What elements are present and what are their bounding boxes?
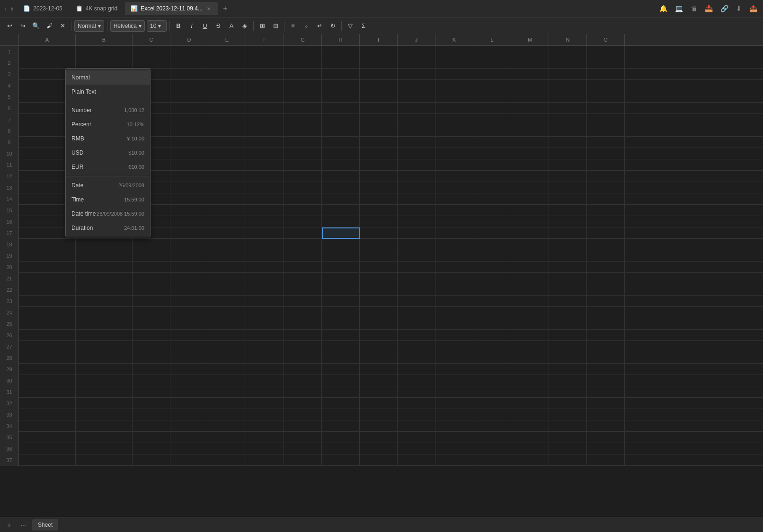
tab-close-button[interactable]: ✕	[205, 5, 212, 12]
cell-b34[interactable]	[76, 420, 133, 432]
cell-o21[interactable]	[587, 273, 625, 284]
cell-j16[interactable]	[398, 216, 435, 227]
cell-i35[interactable]	[360, 432, 398, 443]
cell-f30[interactable]	[246, 375, 284, 386]
col-header-o[interactable]: O	[587, 34, 625, 45]
cell-j27[interactable]	[398, 341, 435, 352]
cell-j29[interactable]	[398, 364, 435, 375]
cell-b27[interactable]	[76, 341, 133, 352]
cell-i31[interactable]	[360, 386, 398, 398]
cell-c19[interactable]	[133, 250, 170, 262]
cell-i11[interactable]	[360, 159, 398, 171]
cell-g6[interactable]	[284, 103, 322, 114]
dropdown-item-plain-text[interactable]: Plain Text	[66, 85, 150, 99]
cell-j32[interactable]	[398, 398, 435, 409]
font-family-select[interactable]: Helvetica ▾	[110, 20, 145, 32]
cell-l29[interactable]	[473, 364, 511, 375]
cell-n34[interactable]	[549, 420, 587, 432]
cell-g1[interactable]	[284, 46, 322, 57]
cell-o37[interactable]	[587, 454, 625, 466]
cell-h21[interactable]	[322, 273, 360, 284]
cell-b2[interactable]	[76, 57, 133, 69]
cell-f14[interactable]	[246, 193, 284, 205]
cell-h35[interactable]	[322, 432, 360, 443]
cell-g27[interactable]	[284, 341, 322, 352]
cell-b33[interactable]	[76, 409, 133, 420]
cell-m11[interactable]	[511, 159, 549, 171]
cell-o1[interactable]	[587, 46, 625, 57]
cell-k31[interactable]	[435, 386, 473, 398]
cell-k37[interactable]	[435, 454, 473, 466]
cell-a32[interactable]	[19, 398, 76, 409]
cell-h25[interactable]	[322, 318, 360, 330]
cell-d22[interactable]	[170, 284, 208, 296]
cell-f33[interactable]	[246, 409, 284, 420]
cell-f10[interactable]	[246, 148, 284, 159]
cell-b18[interactable]	[76, 239, 133, 250]
cell-j31[interactable]	[398, 386, 435, 398]
cell-n21[interactable]	[549, 273, 587, 284]
cell-d6[interactable]	[170, 103, 208, 114]
link-icon[interactable]: 🔗	[719, 4, 730, 13]
cell-g8[interactable]	[284, 125, 322, 137]
cell-n2[interactable]	[549, 57, 587, 69]
cell-o26[interactable]	[587, 330, 625, 341]
cell-h27[interactable]	[322, 341, 360, 352]
cell-g5[interactable]	[284, 91, 322, 103]
col-header-j[interactable]: J	[398, 34, 435, 45]
cell-n15[interactable]	[549, 205, 587, 216]
cell-g14[interactable]	[284, 193, 322, 205]
cell-g11[interactable]	[284, 159, 322, 171]
cell-n7[interactable]	[549, 114, 587, 125]
cell-k29[interactable]	[435, 364, 473, 375]
cell-h24[interactable]	[322, 307, 360, 318]
cell-o22[interactable]	[587, 284, 625, 296]
sum-button[interactable]: Σ	[358, 20, 369, 32]
cell-m34[interactable]	[511, 420, 549, 432]
cell-o23[interactable]	[587, 296, 625, 307]
cell-g35[interactable]	[284, 432, 322, 443]
cell-m2[interactable]	[511, 57, 549, 69]
cell-i16[interactable]	[360, 216, 398, 227]
cell-o24[interactable]	[587, 307, 625, 318]
cell-n20[interactable]	[549, 262, 587, 273]
download-icon[interactable]: 📥	[703, 4, 715, 13]
cell-i8[interactable]	[360, 125, 398, 137]
cell-o36[interactable]	[587, 443, 625, 454]
cell-d24[interactable]	[170, 307, 208, 318]
cell-k21[interactable]	[435, 273, 473, 284]
cell-h34[interactable]	[322, 420, 360, 432]
cell-d18[interactable]	[170, 239, 208, 250]
cell-c29[interactable]	[133, 364, 170, 375]
undo-button[interactable]: ↩	[4, 20, 15, 32]
cell-c20[interactable]	[133, 262, 170, 273]
cell-a1[interactable]	[19, 46, 76, 57]
cell-h23[interactable]	[322, 296, 360, 307]
cell-b31[interactable]	[76, 386, 133, 398]
cell-i26[interactable]	[360, 330, 398, 341]
cell-l13[interactable]	[473, 182, 511, 193]
cell-m37[interactable]	[511, 454, 549, 466]
cell-e27[interactable]	[208, 341, 246, 352]
cell-e14[interactable]	[208, 193, 246, 205]
cell-g37[interactable]	[284, 454, 322, 466]
cell-b35[interactable]	[76, 432, 133, 443]
cell-f35[interactable]	[246, 432, 284, 443]
cell-a33[interactable]	[19, 409, 76, 420]
cell-j12[interactable]	[398, 171, 435, 182]
cell-o14[interactable]	[587, 193, 625, 205]
cell-g2[interactable]	[284, 57, 322, 69]
cell-n24[interactable]	[549, 307, 587, 318]
cell-c1[interactable]	[133, 46, 170, 57]
cell-l16[interactable]	[473, 216, 511, 227]
cell-k25[interactable]	[435, 318, 473, 330]
cell-a24[interactable]	[19, 307, 76, 318]
cell-k15[interactable]	[435, 205, 473, 216]
cell-e6[interactable]	[208, 103, 246, 114]
cell-e2[interactable]	[208, 57, 246, 69]
cell-o6[interactable]	[587, 103, 625, 114]
cell-c31[interactable]	[133, 386, 170, 398]
cell-d35[interactable]	[170, 432, 208, 443]
cell-o10[interactable]	[587, 148, 625, 159]
cell-o20[interactable]	[587, 262, 625, 273]
